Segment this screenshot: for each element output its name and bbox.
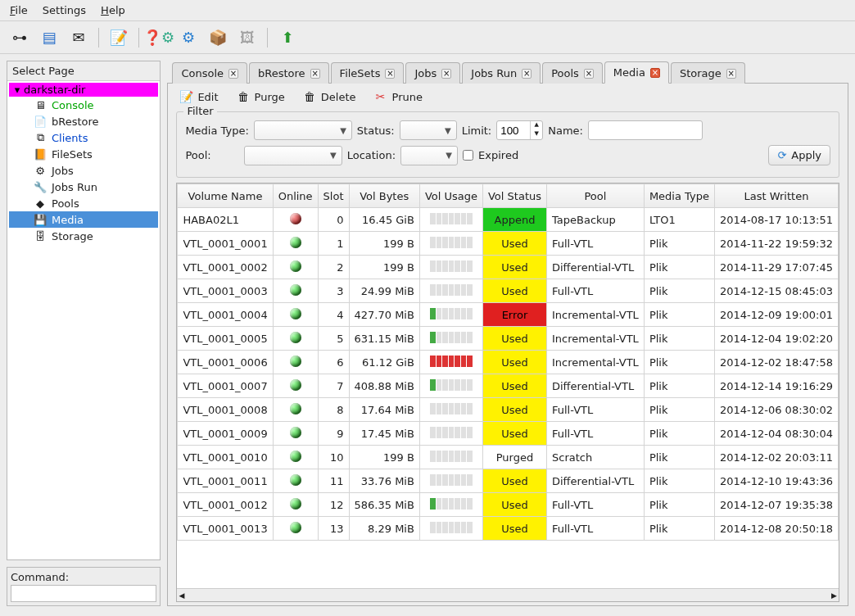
label-icon[interactable]: 📝 xyxy=(107,26,130,49)
table-row[interactable]: VTL_0001_0003324.99 MiBUsedFull-VTLPlik2… xyxy=(178,279,839,303)
tab-storage[interactable]: Storage× xyxy=(671,62,745,84)
tab-brestore[interactable]: bRestore× xyxy=(249,62,329,84)
close-icon[interactable]: × xyxy=(228,69,238,79)
table-row[interactable]: VTL_0001_00044427.70 MiBErrorIncremental… xyxy=(178,303,839,327)
name-input[interactable] xyxy=(588,120,703,140)
col-header[interactable]: Online xyxy=(273,184,318,208)
sidebar-item-filesets[interactable]: 📙FileSets xyxy=(9,146,158,162)
refresh-icon[interactable]: ⬆ xyxy=(276,26,299,49)
tab-jobs[interactable]: Jobs× xyxy=(405,62,460,84)
usage-bar-icon xyxy=(430,332,473,343)
table-row[interactable]: VTL_0001_0008817.64 MiBUsedFull-VTLPlik2… xyxy=(178,398,839,422)
online-dot-icon xyxy=(290,260,301,272)
limit-stepper[interactable]: ▲▼ xyxy=(496,120,543,140)
close-icon[interactable]: × xyxy=(385,69,395,79)
table-row[interactable]: VTL_0001_00077408.88 MiBUsedDifferential… xyxy=(178,374,839,398)
expired-checkbox[interactable] xyxy=(463,150,473,161)
pool-combo[interactable]: ▼ xyxy=(244,146,342,165)
menu-file[interactable]: File xyxy=(3,2,34,19)
limit-down-icon[interactable]: ▼ xyxy=(531,130,542,139)
sidebar-item-clients[interactable]: ⧉Clients xyxy=(9,129,158,146)
storage-icon: 🗄 xyxy=(34,229,47,242)
clients-icon: ⧉ xyxy=(34,131,47,144)
col-header[interactable]: Vol Usage xyxy=(419,184,482,208)
close-icon[interactable]: × xyxy=(310,69,320,79)
close-icon[interactable]: × xyxy=(441,69,451,79)
mail-icon[interactable]: ✉ xyxy=(67,26,90,49)
table-row[interactable]: VTL_0001_00011199 BUsedFull-VTLPlik2014-… xyxy=(178,232,839,256)
menu-help[interactable]: Help xyxy=(94,2,132,19)
menu-settings[interactable]: Settings xyxy=(36,2,93,19)
table-row[interactable]: VTL_0001_001212586.35 MiBUsedFull-VTLPli… xyxy=(178,493,839,517)
online-dot-icon xyxy=(290,284,301,296)
scroll-right-icon[interactable]: ▶ xyxy=(831,591,837,600)
tab-jobs-run[interactable]: Jobs Run× xyxy=(462,62,541,84)
media-type-combo[interactable]: ▼ xyxy=(254,120,352,140)
usage-bar-icon xyxy=(430,308,473,319)
table-row[interactable]: VTL_0001_001010199 BPurgedScratchPlik201… xyxy=(178,446,839,469)
sidebar-item-label: Media xyxy=(52,214,84,226)
sidebar-item-label: FileSets xyxy=(52,148,93,161)
usage-bar-icon xyxy=(430,451,473,462)
tab-console[interactable]: Console× xyxy=(172,62,247,84)
table-row[interactable]: VTL_0001_00055631.15 MiBUsedIncremental-… xyxy=(178,327,839,351)
limit-label: Limit: xyxy=(462,125,492,137)
limit-up-icon[interactable]: ▲ xyxy=(531,121,542,130)
online-dot-icon xyxy=(290,498,301,510)
table-row[interactable]: VTL_0001_00111133.76 MiBUsedDifferential… xyxy=(178,469,839,493)
apply-button[interactable]: ⟳ Apply xyxy=(768,145,830,165)
media-type-label: Media Type: xyxy=(185,125,248,137)
status-icon[interactable]: ▤ xyxy=(38,26,61,49)
close-icon[interactable]: × xyxy=(650,68,660,78)
delete-button[interactable]: 🗑 Delete xyxy=(303,90,356,103)
col-header[interactable]: Vol Bytes xyxy=(349,184,419,208)
usage-bar-icon xyxy=(430,213,473,224)
sidebar-item-brestore[interactable]: 📄bRestore xyxy=(9,113,158,129)
sidebar-item-pools[interactable]: ◆Pools xyxy=(9,195,158,211)
table-row[interactable]: VTL_0001_0009917.45 MiBUsedFull-VTLPlik2… xyxy=(178,422,839,446)
usage-bar-icon xyxy=(430,403,473,414)
table-row[interactable]: VTL_0001_0006661.12 GiBUsedIncremental-V… xyxy=(178,351,839,374)
col-header[interactable]: Volume Name xyxy=(178,184,273,208)
menubar: File Settings Help xyxy=(0,0,855,21)
command-input[interactable] xyxy=(11,585,156,602)
col-header[interactable]: Vol Status xyxy=(482,184,546,208)
close-icon[interactable]: × xyxy=(726,69,736,79)
browse-icon[interactable]: 🖼 xyxy=(236,26,259,49)
collapse-icon[interactable]: ▾ xyxy=(12,84,22,96)
table-row[interactable]: VTL_0001_00022199 BUsedDifferential-VTLP… xyxy=(178,256,839,279)
online-dot-icon xyxy=(290,474,301,486)
limit-input[interactable] xyxy=(497,123,530,138)
tab-pools[interactable]: Pools× xyxy=(542,62,603,84)
tab-label: Storage xyxy=(680,67,722,79)
close-icon[interactable]: × xyxy=(522,69,532,79)
edit-button[interactable]: 📝 Edit xyxy=(179,90,218,103)
sidebar-item-media[interactable]: 💾Media xyxy=(9,211,158,228)
tabpage-media: 📝 Edit 🗑 Purge 🗑 Delete ✂ Prune Filter xyxy=(167,84,848,606)
table-row[interactable]: HABA02L1016.45 GiBAppendTapeBackupLTO120… xyxy=(178,208,839,232)
apply-icon: ⟳ xyxy=(777,149,786,161)
col-header[interactable]: Last Written xyxy=(714,184,838,208)
status-combo[interactable]: ▼ xyxy=(400,120,457,140)
scroll-left-icon[interactable]: ◀ xyxy=(179,591,184,600)
tab-filesets[interactable]: FileSets× xyxy=(331,62,405,84)
sidebar-item-storage[interactable]: 🗄Storage xyxy=(9,228,158,244)
connect-icon[interactable]: ⊶ xyxy=(8,26,31,49)
sidebar-item-jobs-run[interactable]: 🔧Jobs Run xyxy=(9,179,158,195)
tree-root[interactable]: ▾ darkstar-dir xyxy=(9,83,158,97)
prune-button[interactable]: ✂ Prune xyxy=(374,90,423,103)
hscrollbar[interactable]: ◀ ▶ xyxy=(177,588,839,601)
col-header[interactable]: Slot xyxy=(318,184,349,208)
tab-media[interactable]: Media× xyxy=(604,61,669,84)
sidebar-item-console[interactable]: 🖥Console xyxy=(9,97,158,113)
col-header[interactable]: Pool xyxy=(547,184,645,208)
col-header[interactable]: Media Type xyxy=(644,184,714,208)
purge-button[interactable]: 🗑 Purge xyxy=(237,90,285,103)
restore-icon[interactable]: ❓⚙ xyxy=(147,26,170,49)
location-combo[interactable]: ▼ xyxy=(400,146,458,165)
table-row[interactable]: VTL_0001_0013138.29 MiBUsedFull-VTLPlik2… xyxy=(178,517,839,541)
close-icon[interactable]: × xyxy=(584,69,594,79)
estimate-icon[interactable]: 📦 xyxy=(206,26,229,49)
run-icon[interactable]: ⚙ xyxy=(177,26,200,49)
sidebar-item-jobs[interactable]: ⚙Jobs xyxy=(9,162,158,179)
